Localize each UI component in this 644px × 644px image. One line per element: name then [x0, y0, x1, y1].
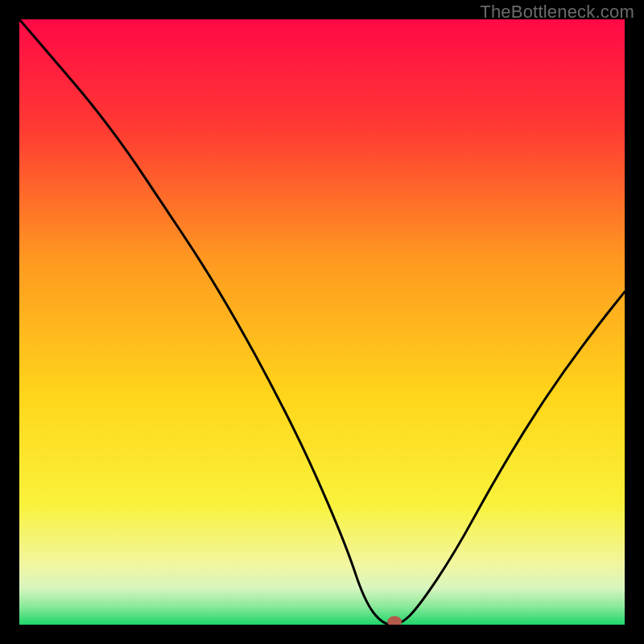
- chart-frame: TheBottleneck.com: [0, 0, 644, 644]
- chart-svg: [19, 19, 625, 625]
- chart-background: [19, 19, 625, 625]
- bottleneck-chart: [19, 19, 625, 625]
